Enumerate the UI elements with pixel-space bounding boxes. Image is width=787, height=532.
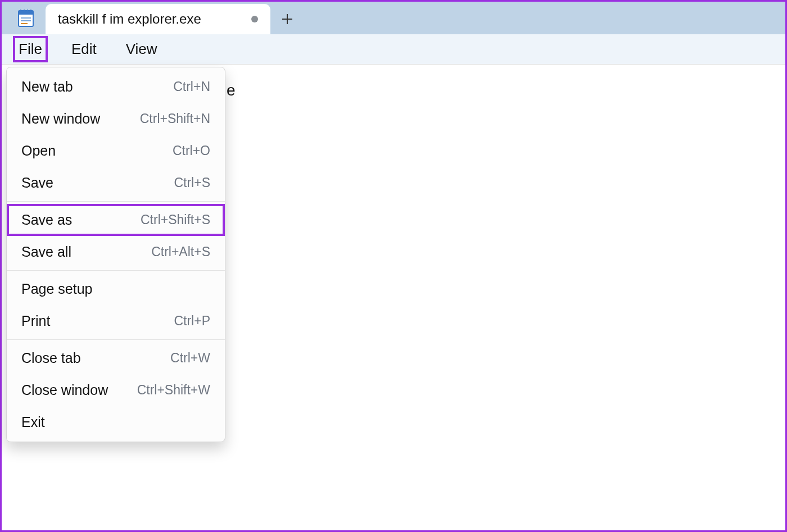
menu-item-shortcut: Ctrl+Alt+S [151, 244, 210, 260]
menu-item-label: New tab [21, 79, 73, 95]
file-menu-item-exit[interactable]: Exit [7, 406, 225, 438]
notepad-icon [17, 8, 34, 28]
file-menu-item-save[interactable]: SaveCtrl+S [7, 167, 225, 199]
tab-title: taskkill f im explorer.exe [58, 11, 243, 27]
menu-item-label: Save as [21, 212, 72, 228]
menu-item-shortcut: Ctrl+Shift+S [141, 212, 210, 228]
file-menu-item-close-tab[interactable]: Close tabCtrl+W [7, 342, 225, 374]
file-menu-item-new-tab[interactable]: New tabCtrl+N [7, 71, 225, 103]
menu-item-label: Exit [21, 414, 45, 430]
file-menu-item-print[interactable]: PrintCtrl+P [7, 305, 225, 337]
menu-item-shortcut: Ctrl+P [174, 313, 210, 329]
menu-item-label: Close tab [21, 350, 81, 366]
file-menu-item-save-as[interactable]: Save asCtrl+Shift+S [7, 204, 225, 236]
tab-bar: taskkill f im explorer.exe [2, 2, 785, 34]
menu-item-label: Print [21, 313, 50, 329]
menu-item-label: New window [21, 111, 100, 127]
file-menu-dropdown: New tabCtrl+NNew windowCtrl+Shift+NOpenC… [6, 67, 225, 442]
menu-item-shortcut: Ctrl+Shift+N [140, 111, 210, 126]
file-menu-item-new-window[interactable]: New windowCtrl+Shift+N [7, 103, 225, 135]
menu-view[interactable]: View [121, 37, 162, 61]
menu-item-shortcut: Ctrl+O [173, 143, 210, 158]
menu-item-label: Close window [21, 382, 108, 398]
plus-icon [281, 13, 293, 25]
menu-edit[interactable]: Edit [67, 37, 101, 61]
menu-file[interactable]: File [14, 37, 47, 61]
notepad-window: taskkill f im explorer.exe File Edit Vie… [0, 0, 787, 532]
menu-separator [7, 339, 225, 340]
unsaved-indicator-icon [251, 16, 258, 22]
menu-separator [7, 270, 225, 271]
menu-item-label: Save [21, 175, 53, 191]
menu-item-shortcut: Ctrl+Shift+W [137, 383, 210, 398]
file-menu-item-save-all[interactable]: Save allCtrl+Alt+S [7, 236, 225, 268]
menu-separator [7, 201, 225, 202]
menu-bar: File Edit View [2, 34, 785, 65]
file-menu-item-close-window[interactable]: Close windowCtrl+Shift+W [7, 374, 225, 406]
file-menu-item-page-setup[interactable]: Page setup [7, 273, 225, 305]
menu-item-shortcut: Ctrl+S [174, 175, 210, 190]
menu-item-label: Save all [21, 244, 71, 260]
menu-item-shortcut: Ctrl+N [173, 79, 210, 94]
app-icon [6, 2, 46, 34]
new-tab-button[interactable] [270, 4, 304, 34]
menu-item-label: Open [21, 143, 56, 159]
menu-item-shortcut: Ctrl+W [170, 351, 210, 366]
file-menu-item-open[interactable]: OpenCtrl+O [7, 135, 225, 167]
menu-item-label: Page setup [21, 281, 93, 297]
document-tab[interactable]: taskkill f im explorer.exe [46, 4, 270, 34]
